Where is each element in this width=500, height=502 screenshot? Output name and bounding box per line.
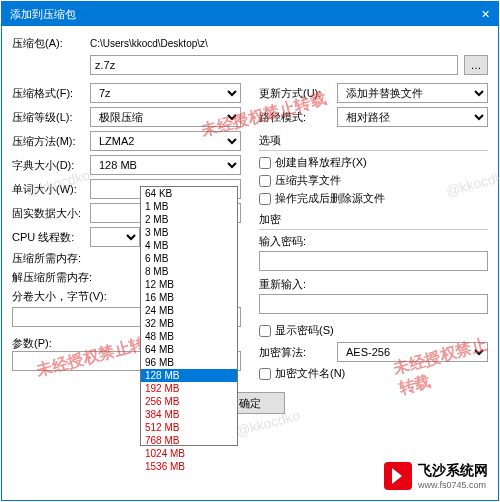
pwd2-label: 重新输入: [259, 277, 488, 292]
sfx-checkbox[interactable] [259, 157, 271, 169]
archive-path-label: 压缩包(A): [12, 36, 84, 51]
dict-option[interactable]: 128 MB [141, 369, 237, 382]
dict-option[interactable]: 4 MB [141, 239, 237, 252]
level-label: 压缩等级(L): [12, 110, 84, 125]
options-header: 选项 [259, 133, 488, 151]
dict-option[interactable]: 384 MB [141, 408, 237, 421]
showpwd-label: 显示密码(S) [275, 323, 334, 338]
pwd1-label: 输入密码: [259, 234, 488, 249]
dict-option[interactable]: 192 MB [141, 382, 237, 395]
format-select[interactable]: 7z [90, 83, 241, 103]
dict-option[interactable]: 8 MB [141, 265, 237, 278]
archive-path-value: C:\Users\kkocd\Desktop\z\ [90, 38, 488, 49]
share-label: 压缩共享文件 [275, 173, 341, 188]
pathmode-label: 路径模式: [259, 110, 331, 125]
window-title: 添加到压缩包 [10, 7, 76, 22]
dict-option[interactable]: 2 MB [141, 213, 237, 226]
delete-checkbox[interactable] [259, 193, 271, 205]
dict-option[interactable]: 24 MB [141, 304, 237, 317]
dict-option[interactable]: 64 KB [141, 187, 237, 200]
algo-label: 加密算法: [259, 345, 331, 360]
dict-select[interactable]: 128 MB [90, 155, 241, 175]
level-select[interactable]: 极限压缩 [90, 107, 241, 127]
cpu-select[interactable] [90, 227, 140, 247]
encnames-checkbox[interactable] [259, 368, 271, 380]
dict-option[interactable]: 64 MB [141, 343, 237, 356]
dict-option[interactable]: 16 MB [141, 291, 237, 304]
pwd2-input[interactable] [259, 294, 488, 314]
browse-button[interactable]: … [464, 55, 488, 75]
logo-cn: 飞沙系统网 [418, 462, 488, 480]
algo-select[interactable]: AES-256 [337, 342, 488, 362]
delete-label: 操作完成后删除源文件 [275, 191, 385, 206]
solid-label: 固实数据大小: [12, 206, 84, 221]
dict-option[interactable]: 32 MB [141, 317, 237, 330]
dict-option[interactable]: 48 MB [141, 330, 237, 343]
pathmode-select[interactable]: 相对路径 [337, 107, 488, 127]
site-logo: 飞沙系统网 www.fs0745.com [380, 458, 492, 494]
dict-dropdown-list[interactable]: 64 KB1 MB2 MB3 MB4 MB6 MB8 MB12 MB16 MB2… [140, 186, 238, 446]
dict-option[interactable]: 3 MB [141, 226, 237, 239]
update-label: 更新方式(U): [259, 86, 331, 101]
dict-option[interactable]: 96 MB [141, 356, 237, 369]
dict-option[interactable]: 768 MB [141, 434, 237, 447]
sfx-label: 创建自释放程序(X) [275, 155, 367, 170]
method-label: 压缩方法(M): [12, 134, 84, 149]
share-checkbox[interactable] [259, 175, 271, 187]
dict-option[interactable]: 256 MB [141, 395, 237, 408]
word-label: 单词大小(W): [12, 182, 84, 197]
cpu-label: CPU 线程数: [12, 230, 84, 245]
logo-icon [384, 462, 412, 490]
method-select[interactable]: LZMA2 [90, 131, 241, 151]
dict-option[interactable]: 12 MB [141, 278, 237, 291]
dict-option[interactable]: 1536 MB [141, 460, 237, 473]
format-label: 压缩格式(F): [12, 86, 84, 101]
close-icon[interactable]: ✕ [481, 8, 490, 21]
logo-en: www.fs0745.com [418, 480, 488, 490]
dict-option[interactable]: 1 MB [141, 200, 237, 213]
dict-option[interactable]: 1024 MB [141, 447, 237, 460]
update-select[interactable]: 添加并替换文件 [337, 83, 488, 103]
encnames-label: 加密文件名(N) [275, 366, 345, 381]
archive-file-input[interactable] [90, 55, 458, 75]
dict-option[interactable]: 6 MB [141, 252, 237, 265]
encrypt-header: 加密 [259, 212, 488, 230]
showpwd-checkbox[interactable] [259, 325, 271, 337]
pwd1-input[interactable] [259, 251, 488, 271]
dict-option[interactable]: 512 MB [141, 421, 237, 434]
dict-label: 字典大小(D): [12, 158, 84, 173]
